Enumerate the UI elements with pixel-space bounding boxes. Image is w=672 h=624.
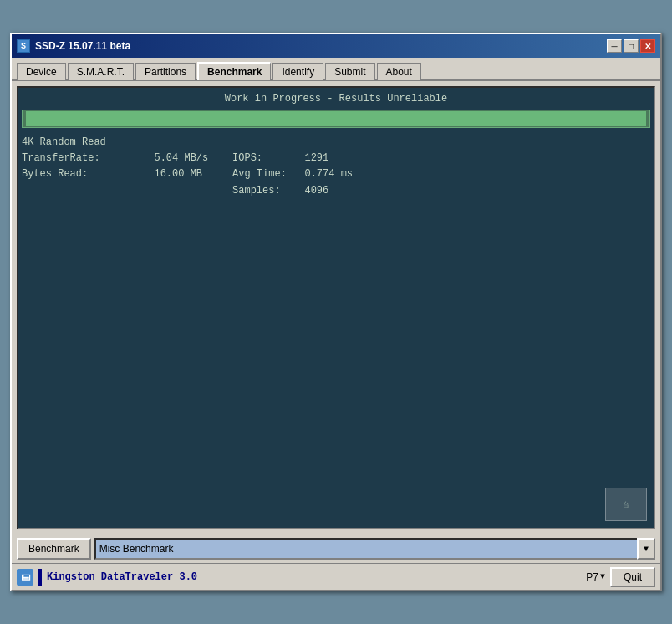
restore-button[interactable]: □ [624,39,639,53]
tab-identify[interactable]: Identify [272,63,323,80]
benchmark-panel: Work in Progress - Results Unreliable 4K… [17,86,655,529]
content-area: Work in Progress - Results Unreliable 4K… [12,81,660,534]
progress-bar-container [22,110,650,128]
bottom-bar: Benchmark Misc Benchmark Sequential Read… [12,534,660,563]
quit-button[interactable]: Quit [610,567,655,587]
tab-partitions[interactable]: Partitions [135,63,196,80]
benchmark-status-text: Work in Progress - Results Unreliable [18,93,654,105]
minimize-button[interactable]: ─ [607,39,622,53]
tab-device[interactable]: Device [17,63,66,80]
benchmark-button[interactable]: Benchmark [17,538,91,560]
page-select-wrapper: P7 ▼ [586,571,605,583]
benchmark-output: 4K Random Read TransferRate: 5.04 MB/s I… [22,135,650,199]
watermark: 台 [605,488,647,521]
progress-bar-fill [26,111,646,126]
title-bar-left: S SSD-Z 15.07.11 beta [17,39,130,53]
device-name: Kingston DataTraveler 3.0 [47,571,581,583]
window-title: SSD-Z 15.07.11 beta [35,40,130,52]
tab-smart[interactable]: S.M.A.R.T. [68,63,134,80]
tab-benchmark[interactable]: Benchmark [197,62,271,80]
device-icon: 🖴 [17,569,33,586]
main-window: S SSD-Z 15.07.11 beta ─ □ ✕ Device S.M.A… [10,33,662,591]
app-icon: S [17,39,30,53]
tab-bar: Device S.M.A.R.T. Partitions Benchmark I… [12,58,660,81]
page-label: P7 [586,571,598,583]
page-dropdown-icon[interactable]: ▼ [600,572,605,581]
close-button[interactable]: ✕ [640,39,655,53]
benchmark-select[interactable]: Misc Benchmark Sequential Read Sequentia… [94,538,655,560]
title-bar: S SSD-Z 15.07.11 beta ─ □ ✕ [12,34,660,58]
window-controls: ─ □ ✕ [607,39,655,53]
status-bar: 🖴 Kingston DataTraveler 3.0 P7 ▼ Quit [12,563,660,590]
dropdown-wrapper[interactable]: Misc Benchmark Sequential Read Sequentia… [94,538,655,560]
device-indicator [38,569,42,586]
tab-about[interactable]: About [377,63,421,80]
tab-submit[interactable]: Submit [325,63,374,80]
